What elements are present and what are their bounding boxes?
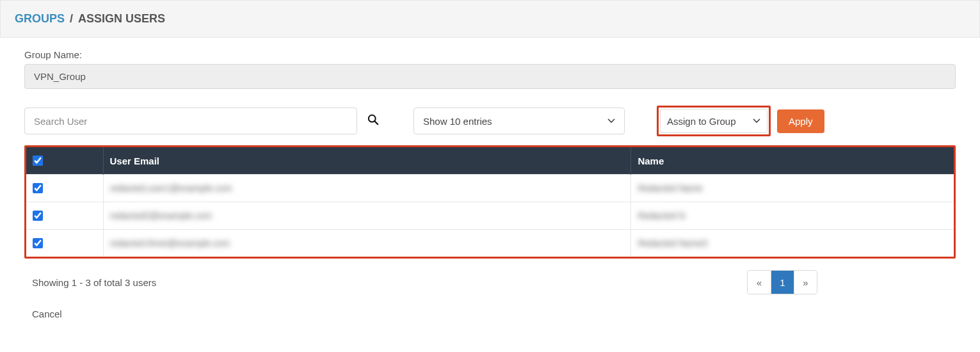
breadcrumb-current: ASSIGN USERS: [78, 12, 165, 26]
col-header-name: Name: [631, 147, 954, 175]
user-name-cell: Redacted Name: [638, 183, 702, 193]
row-checkbox[interactable]: [33, 183, 43, 193]
showing-text: Showing 1 - 3 of total 3 users: [32, 277, 156, 288]
user-email-cell: redacted.three@example.com: [110, 238, 230, 248]
assign-action-select[interactable]: Assign to Group: [660, 109, 767, 133]
search-icon[interactable]: [367, 114, 379, 129]
page-prev-button[interactable]: «: [748, 271, 771, 294]
page-number-button[interactable]: 1: [771, 271, 794, 294]
col-header-email: User Email: [103, 147, 631, 175]
users-table-highlight: User Email Name redacted.user1@example.c…: [24, 145, 956, 259]
apply-button[interactable]: Apply: [777, 109, 824, 133]
breadcrumb-groups-link[interactable]: GROUPS: [15, 12, 65, 26]
page-next-button[interactable]: »: [794, 271, 817, 294]
svg-line-1: [375, 121, 378, 124]
row-checkbox[interactable]: [33, 238, 43, 248]
pagination: « 1 »: [747, 270, 817, 294]
user-email-cell: redacted.user1@example.com: [110, 183, 232, 193]
table-row: redacted2@example.com Redacted N: [26, 202, 954, 230]
breadcrumb-separator: /: [70, 12, 73, 26]
group-name-input[interactable]: [24, 64, 956, 89]
cancel-button[interactable]: Cancel: [32, 308, 62, 319]
user-name-cell: Redacted N: [638, 211, 685, 221]
assign-select-highlight: Assign to Group: [657, 106, 771, 136]
select-all-checkbox[interactable]: [33, 156, 43, 166]
user-name-cell: Redacted Name3: [638, 238, 707, 248]
group-name-label: Group Name:: [24, 49, 956, 60]
table-row: redacted.user1@example.com Redacted Name: [26, 175, 954, 202]
user-email-cell: redacted2@example.com: [110, 211, 213, 221]
users-table: User Email Name redacted.user1@example.c…: [26, 147, 954, 257]
table-row: redacted.three@example.com Redacted Name…: [26, 230, 954, 257]
search-input[interactable]: [24, 108, 357, 134]
breadcrumb: GROUPS / ASSIGN USERS: [0, 0, 980, 38]
entries-select[interactable]: Show 10 entries: [414, 108, 625, 134]
row-checkbox[interactable]: [33, 211, 43, 221]
